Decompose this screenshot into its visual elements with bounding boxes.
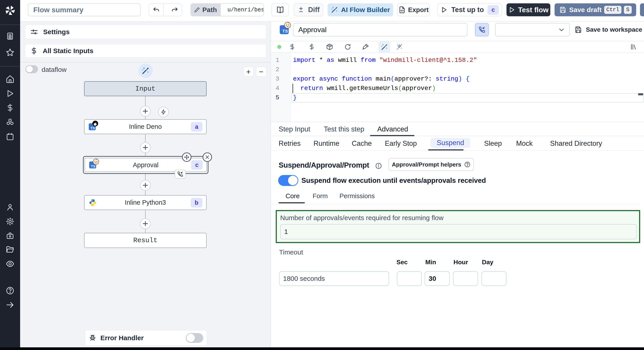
lightning-icon xyxy=(160,109,166,115)
min-input[interactable]: 30 xyxy=(425,271,450,286)
sec-input[interactable] xyxy=(397,271,422,286)
folders-icon[interactable] xyxy=(6,245,14,254)
sparkles-off-icon[interactable] xyxy=(396,43,403,50)
active-subtab-underline xyxy=(428,149,464,151)
apps-icon[interactable] xyxy=(6,32,14,40)
suspend-toggle[interactable] xyxy=(278,175,298,186)
tab-advanced[interactable]: Advanced xyxy=(377,122,408,136)
add-step-button[interactable] xyxy=(140,218,151,229)
user-icon[interactable] xyxy=(6,203,14,211)
approval-prompt-helpers-button[interactable]: Approval/Prompt helpers xyxy=(388,158,474,171)
flow-node-result[interactable]: Result xyxy=(84,233,206,248)
plus-icon xyxy=(142,182,148,188)
ai-flow-builder-label: AI Flow Builder xyxy=(341,6,390,14)
tab-step-input[interactable]: Step Input xyxy=(278,122,310,136)
schedules-icon[interactable] xyxy=(6,132,14,141)
deno-icon xyxy=(92,120,98,127)
settings-gear-icon[interactable] xyxy=(6,217,14,226)
subtab-cache[interactable]: Cache xyxy=(352,136,372,151)
format-brush-icon[interactable] xyxy=(362,43,369,50)
subtab-early-stop[interactable]: Early Stop xyxy=(385,136,417,151)
min-label: Min xyxy=(425,259,436,266)
undo-button[interactable] xyxy=(149,4,164,16)
expand-icon[interactable] xyxy=(6,301,14,309)
windmill-logo-icon[interactable] xyxy=(4,5,16,16)
resources-icon[interactable] xyxy=(6,118,14,127)
tab-test-this-step[interactable]: Test this step xyxy=(324,122,364,136)
ai-flow-builder-button[interactable]: AI Flow Builder xyxy=(328,3,393,16)
documentation-button[interactable] xyxy=(272,3,289,16)
home-icon[interactable] xyxy=(6,75,14,83)
flow-node-deno[interactable]: TS Inline Deno a xyxy=(84,119,206,134)
timeout-input[interactable]: 1800 seconds xyxy=(279,271,389,286)
add-step-button[interactable] xyxy=(140,180,151,191)
code-editor[interactable]: 12345 import * as wmill from "windmill-c… xyxy=(271,53,644,122)
sidebar-divider xyxy=(0,66,20,66)
export-button[interactable]: Export xyxy=(397,3,430,16)
workspace-script-select[interactable] xyxy=(495,23,570,36)
move-node-handle[interactable] xyxy=(182,153,192,162)
day-input[interactable] xyxy=(482,271,506,286)
suspend-phone-indicator[interactable] xyxy=(175,170,186,178)
subtab-sleep[interactable]: Sleep xyxy=(484,136,502,151)
library-icon[interactable] xyxy=(630,43,637,50)
subtab-mock[interactable]: Mock xyxy=(516,136,533,151)
error-handler-toggle[interactable] xyxy=(186,333,203,343)
suspend-phone-button[interactable] xyxy=(475,23,489,36)
plus-icon xyxy=(142,221,148,227)
subtab-retries[interactable]: Retries xyxy=(278,136,300,151)
add-trigger-button[interactable] xyxy=(158,107,169,117)
redo-button[interactable] xyxy=(167,4,182,16)
flow-edge xyxy=(145,210,146,218)
help-icon[interactable] xyxy=(6,286,14,295)
test-up-to-step-badge: c xyxy=(488,5,499,15)
ai-wand-button[interactable] xyxy=(138,64,153,78)
runs-icon[interactable] xyxy=(6,89,14,98)
error-handler-node[interactable]: Error Handler xyxy=(85,330,207,346)
subtab-shared-directory[interactable]: Shared Directory xyxy=(550,136,602,151)
subtab-runtime[interactable]: Runtime xyxy=(314,136,339,151)
resources-picker-icon[interactable] xyxy=(308,43,315,50)
star-icon[interactable] xyxy=(6,48,14,57)
package-icon[interactable] xyxy=(326,43,333,50)
flow-summary-input[interactable]: Flow summary xyxy=(28,3,141,16)
settings-label: Settings xyxy=(43,28,70,36)
delete-node-button[interactable] xyxy=(202,153,212,162)
zoom-out-button[interactable]: − xyxy=(256,67,266,77)
zoom-in-button[interactable]: + xyxy=(243,67,254,77)
diff-button[interactable]: Diff xyxy=(294,3,323,16)
flow-node-python[interactable]: Inline Python3 b xyxy=(84,195,206,210)
tab-core[interactable]: Core xyxy=(286,189,300,202)
flow-edge xyxy=(145,191,146,195)
workers-icon[interactable] xyxy=(6,231,14,240)
add-step-button[interactable] xyxy=(140,106,151,117)
flow-settings-button[interactable]: Settings xyxy=(25,25,266,39)
variables-icon[interactable] xyxy=(6,104,14,112)
audit-logs-icon[interactable] xyxy=(6,259,14,268)
save-to-workspace-button[interactable]: Save to workspace xyxy=(574,24,642,36)
all-static-inputs-button[interactable]: All Static Inputs xyxy=(25,44,266,58)
approvals-required-input[interactable]: 1 xyxy=(280,224,637,239)
add-step-button[interactable] xyxy=(140,142,151,153)
test-up-to-button[interactable]: Test up to c xyxy=(438,3,502,16)
path-button[interactable]: Path u/henri/bes xyxy=(190,3,264,16)
subtab-suspend[interactable]: Suspend xyxy=(430,138,470,148)
deploy-button-partial[interactable] xyxy=(640,3,644,16)
step-name-input[interactable]: Approval xyxy=(293,23,467,36)
tab-permissions[interactable]: Permissions xyxy=(340,189,375,202)
editor-code[interactable]: import * as wmill from "windmill-client@… xyxy=(291,56,644,102)
save-to-workspace-label: Save to workspace xyxy=(586,26,642,33)
hour-input[interactable] xyxy=(453,271,478,286)
test-flow-button[interactable]: Test flow xyxy=(506,3,550,16)
sec-label: Sec xyxy=(396,259,408,266)
reload-icon[interactable] xyxy=(344,43,351,50)
variables-picker-icon[interactable] xyxy=(289,43,296,50)
tab-form[interactable]: Form xyxy=(312,189,328,202)
dataflow-toggle[interactable] xyxy=(26,65,38,73)
editor-cursor xyxy=(292,84,293,93)
flow-node-input[interactable]: Input xyxy=(84,81,206,96)
ai-assistant-active-icon[interactable] xyxy=(378,41,390,53)
play-icon xyxy=(440,6,448,13)
save-draft-button[interactable]: Save draft Ctrl S xyxy=(554,3,636,16)
info-icon[interactable] xyxy=(375,163,382,169)
